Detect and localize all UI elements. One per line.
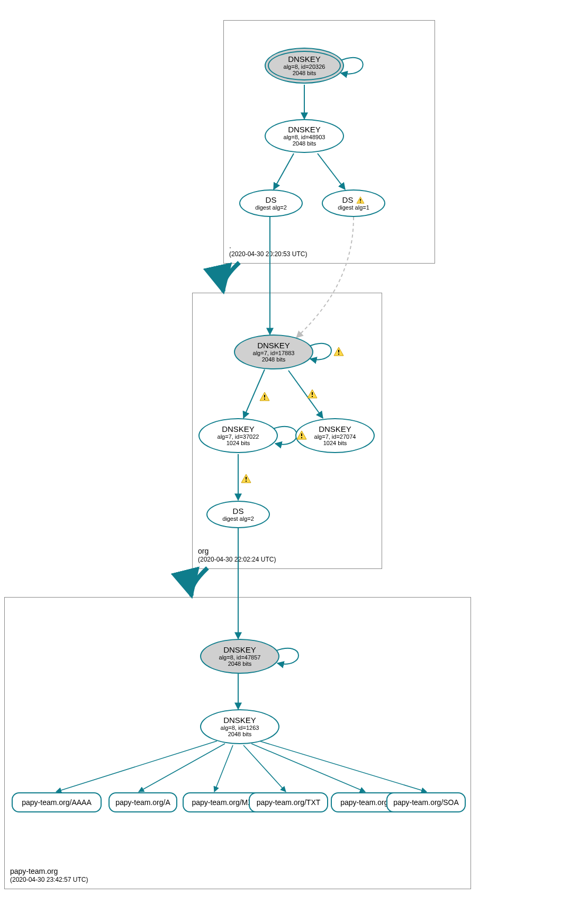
node-dom-zsk: DNSKEY alg=8, id=1263 2048 bits (200, 709, 279, 744)
node-line3: 2048 bits (293, 140, 316, 147)
node-title: DNSKEY (319, 425, 351, 434)
node-line2: alg=8, id=20326 (284, 64, 325, 70)
node-line3: 2048 bits (228, 731, 252, 737)
edge-org-to-dom-delegation (191, 568, 207, 596)
svg-rect-1 (360, 202, 361, 203)
zone-domain-label: papy-team.org (2020-04-30 23:42:57 UTC) (10, 866, 88, 884)
zone-root-name: . (229, 241, 307, 250)
zone-tld-label: org (2020-04-30 22:02:24 UTC) (198, 546, 276, 564)
zone-tld-name: org (198, 546, 276, 556)
zone-domain-name: papy-team.org (10, 866, 88, 876)
node-title: DNSKEY (288, 125, 321, 134)
node-line2: alg=7, id=27074 (314, 433, 356, 440)
zone-domain-timestamp: (2020-04-30 23:42:57 UTC) (10, 876, 88, 884)
node-title: DS (233, 507, 244, 516)
node-line3: 2048 bits (228, 661, 252, 667)
node-line3: 2048 bits (293, 70, 316, 76)
node-org-ksk: DNSKEY alg=7, id=17883 2048 bits (234, 335, 313, 369)
zone-root-timestamp: (2020-04-30 20:20:53 UTC) (229, 250, 307, 259)
node-title: DNSKEY (222, 425, 255, 434)
node-title: DS (266, 196, 277, 205)
node-line2: alg=8, id=47857 (219, 654, 261, 661)
warning-icon (356, 196, 365, 204)
zone-root-label: . (2020-04-30 20:20:53 UTC) (229, 241, 307, 259)
node-org-zsk2: DNSKEY alg=7, id=27074 1024 bits (295, 418, 375, 453)
node-title: DNSKEY (257, 341, 290, 350)
node-line2: alg=7, id=17883 (253, 350, 295, 356)
node-root-ds-alg2: DS digest alg=2 (239, 189, 303, 217)
node-line2: alg=8, id=1263 (221, 725, 259, 731)
rrset-soa: papy-team.org/SOA (386, 792, 466, 812)
node-org-zsk1: DNSKEY alg=7, id=37022 1024 bits (198, 418, 278, 453)
node-line2: alg=8, id=48903 (284, 134, 325, 140)
node-title-with-warn: DS (342, 196, 365, 205)
node-title: DS (342, 196, 354, 205)
node-org-ds: DS digest alg=2 (206, 501, 270, 528)
node-title: DNSKEY (223, 646, 256, 655)
rrset-aaaa: papy-team.org/AAAA (12, 792, 102, 812)
node-title: DNSKEY (223, 716, 256, 725)
node-title: DNSKEY (288, 55, 321, 64)
svg-rect-0 (360, 199, 361, 201)
node-line3: 1024 bits (323, 440, 347, 446)
node-line2: digest alg=2 (255, 204, 287, 211)
rrset-txt: papy-team.org/TXT (249, 792, 328, 812)
node-line3: 2048 bits (262, 356, 286, 363)
node-line2: digest alg=2 (222, 516, 254, 522)
node-line2: alg=7, id=37022 (218, 433, 259, 440)
edge-root-to-org-delegation (223, 263, 239, 292)
node-root-ds-alg1: DS digest alg=1 (322, 189, 385, 217)
dnsviz-diagram: . (2020-04-30 20:20:53 UTC) org (2020-04… (0, 0, 588, 922)
node-root-zsk: DNSKEY alg=8, id=48903 2048 bits (265, 119, 344, 153)
node-line3: 1024 bits (227, 440, 250, 446)
rrset-a: papy-team.org/A (108, 792, 177, 812)
zone-tld-timestamp: (2020-04-30 22:02:24 UTC) (198, 556, 276, 564)
node-dom-ksk: DNSKEY alg=8, id=47857 2048 bits (200, 639, 279, 674)
node-root-ksk: DNSKEY alg=8, id=20326 2048 bits (265, 48, 344, 84)
node-line2: digest alg=1 (338, 204, 369, 211)
